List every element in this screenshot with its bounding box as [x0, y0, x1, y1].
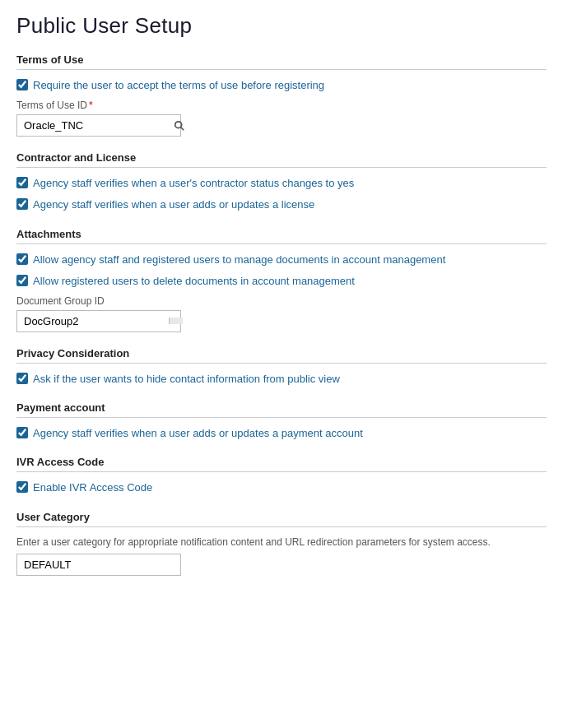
attachments-checkbox1-label: Allow agency staff and registered users …: [33, 253, 445, 267]
attachments-checkbox2-label: Allow registered users to delete documen…: [33, 274, 355, 289]
page-title: Public User Setup: [16, 13, 547, 39]
contractor-checkbox1[interactable]: [16, 177, 28, 188]
doc-group-id-input[interactable]: [17, 311, 169, 332]
user-category-field-wrapper: [16, 554, 181, 576]
terms-of-use-id-field-wrapper: [16, 114, 181, 137]
payment-checkbox1-label: Agency staff verifies when a user adds o…: [33, 426, 363, 441]
doc-group-id-label: Document Group ID: [16, 295, 547, 307]
user-category-input[interactable]: [17, 554, 180, 575]
ivr-checkbox1-row: Enable IVR Access Code: [16, 480, 547, 495]
contractor-checkbox2-row: Agency staff verifies when a user adds o…: [16, 197, 547, 212]
payment-checkbox1-row: Agency staff verifies when a user adds o…: [16, 426, 547, 441]
doc-group-id-search-button[interactable]: [169, 318, 183, 324]
contractor-license-header: Contractor and License: [16, 151, 547, 168]
terms-of-use-checkbox[interactable]: [16, 79, 28, 90]
payment-header: Payment account: [16, 401, 547, 418]
contractor-checkbox2[interactable]: [16, 198, 28, 210]
privacy-checkbox1[interactable]: [16, 373, 28, 384]
privacy-checkbox1-label: Ask if the user wants to hide contact in…: [33, 372, 340, 387]
payment-checkbox1[interactable]: [16, 427, 28, 438]
privacy-section: Privacy Consideration Ask if the user wa…: [16, 347, 547, 387]
terms-of-use-checkbox-row: Require the user to accept the terms of …: [16, 78, 547, 93]
svg-line-1: [181, 127, 184, 130]
search-icon: [174, 120, 185, 132]
privacy-checkbox1-row: Ask if the user wants to hide contact in…: [16, 372, 547, 387]
terms-of-use-id-label: Terms of Use ID*: [16, 100, 547, 111]
terms-of-use-section: Terms of Use Require the user to accept …: [16, 53, 547, 137]
attachments-checkbox2[interactable]: [16, 275, 28, 286]
user-category-header: User Category: [16, 511, 547, 527]
terms-of-use-checkbox-label: Require the user to accept the terms of …: [33, 78, 324, 93]
attachments-checkbox1[interactable]: [16, 253, 28, 265]
user-category-section: User Category Enter a user category for …: [16, 511, 547, 577]
contractor-license-section: Contractor and License Agency staff veri…: [16, 151, 547, 212]
privacy-header: Privacy Consideration: [16, 347, 547, 364]
ivr-checkbox1[interactable]: [16, 481, 28, 493]
terms-of-use-id-search-button[interactable]: [169, 117, 190, 135]
attachments-header: Attachments: [16, 228, 547, 244]
payment-section: Payment account Agency staff verifies wh…: [16, 401, 547, 441]
ivr-section: IVR Access Code Enable IVR Access Code: [16, 456, 547, 495]
terms-of-use-header: Terms of Use: [16, 53, 547, 70]
contractor-checkbox1-row: Agency staff verifies when a user's cont…: [16, 176, 547, 191]
doc-group-id-field-wrapper: [16, 310, 181, 332]
attachments-checkbox2-row: Allow registered users to delete documen…: [16, 274, 547, 289]
ivr-checkbox1-label: Enable IVR Access Code: [33, 480, 152, 495]
contractor-checkbox2-label: Agency staff verifies when a user adds o…: [33, 197, 314, 212]
svg-point-0: [175, 121, 182, 128]
ivr-header: IVR Access Code: [16, 456, 547, 472]
contractor-checkbox1-label: Agency staff verifies when a user's cont…: [33, 176, 354, 191]
terms-of-use-id-input[interactable]: [17, 115, 169, 136]
attachments-checkbox1-row: Allow agency staff and registered users …: [16, 253, 547, 267]
attachments-section: Attachments Allow agency staff and regis…: [16, 228, 547, 332]
user-category-helper-text: Enter a user category for appropriate no…: [16, 536, 547, 549]
